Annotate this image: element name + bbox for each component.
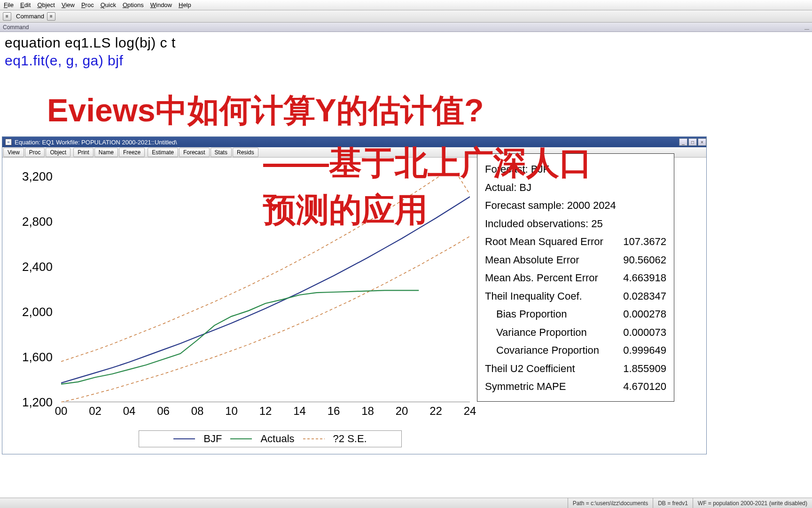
y-axis: 1,2001,6002,0002,4002,8003,200 — [7, 167, 56, 393]
x-tick: 10 — [225, 405, 238, 418]
menu-quick[interactable]: Quick — [101, 1, 116, 8]
y-tick: 3,200 — [22, 169, 53, 184]
menu-proc[interactable]: Proc — [81, 1, 94, 8]
minimize-button[interactable]: _ — [679, 138, 687, 146]
menu-file[interactable]: File — [4, 1, 14, 8]
menu-view[interactable]: View — [62, 1, 75, 8]
eq-btn-forecast[interactable]: Forecast — [179, 148, 210, 157]
editor-line-1: equation eq1.LS log(bj) c t — [5, 35, 807, 51]
menu-options[interactable]: Options — [123, 1, 144, 8]
overlay-title-1: Eviews中如何计算Y的估计值? — [47, 89, 484, 132]
eq-btn-name[interactable]: Name — [94, 148, 118, 157]
status-db: DB = fredv1 — [653, 498, 693, 508]
x-tick: 24 — [464, 405, 476, 418]
x-tick: 08 — [191, 405, 204, 418]
y-tick: 2,000 — [22, 305, 53, 319]
stat-row: Bias Proportion0.000278 — [485, 305, 666, 324]
x-tick: 20 — [396, 405, 408, 418]
eq-btn-estimate[interactable]: Estimate — [148, 148, 178, 157]
stat-row: Mean Absolute Error90.56062 — [485, 251, 666, 270]
stat-row: Theil U2 Coefficient1.855909 — [485, 360, 666, 378]
x-tick: 14 — [293, 405, 306, 418]
eq-btn-view[interactable]: View — [3, 148, 24, 157]
menu-object[interactable]: Object — [37, 1, 55, 8]
chart-legend: BJF Actuals ?2 S.E. — [139, 430, 402, 447]
menu-edit[interactable]: Edit — [20, 1, 31, 8]
status-bar: Path = c:\users\lzz\documents DB = fredv… — [0, 498, 812, 508]
equation-icon: ≡ — [5, 139, 12, 145]
x-tick: 12 — [259, 405, 272, 418]
toolbar-icon-1[interactable]: ≡ — [3, 12, 11, 21]
command-toolbar: ≡ Command ≡ — [0, 10, 812, 23]
overlay-title-2: ——基于北上广深人口 — [263, 141, 592, 185]
toolbar-icon-2[interactable]: ≡ — [47, 12, 55, 21]
overlay-title-3: 预测的应用 — [263, 188, 428, 232]
x-tick: 18 — [361, 405, 374, 418]
stat-row: Variance Proportion0.000073 — [485, 324, 666, 342]
y-tick: 2,400 — [22, 260, 53, 274]
stat-row: Mean Abs. Percent Error4.663918 — [485, 269, 666, 287]
eq-btn-print[interactable]: Print — [73, 148, 94, 157]
stat-header: Included observations: 25 — [485, 215, 666, 233]
x-tick: 16 — [328, 405, 340, 418]
menu-help[interactable]: Help — [179, 1, 191, 8]
eq-btn-object[interactable]: Object — [46, 148, 70, 157]
x-tick: 06 — [157, 405, 170, 418]
stat-row: Covariance Proportion0.999649 — [485, 341, 666, 360]
menubar: FileEditObjectViewProcQuickOptionsWindow… — [0, 0, 812, 10]
toolbar-label: Command — [16, 13, 44, 20]
command-pane-label: Command — — [0, 23, 812, 32]
x-tick: 00 — [55, 405, 68, 418]
eq-btn-resids[interactable]: Resids — [233, 148, 258, 157]
close-button[interactable]: × — [698, 138, 706, 146]
x-tick: 02 — [89, 405, 102, 418]
x-tick: 22 — [429, 405, 442, 418]
editor-line-2: eq1.fit(e, g, ga) bjf — [5, 53, 807, 69]
minimize-icon[interactable]: — — [804, 24, 809, 34]
eq-btn-freeze[interactable]: Freeze — [119, 148, 145, 157]
y-tick: 1,200 — [22, 395, 53, 410]
status-wf: WF = population 2000-2021 (write disable… — [693, 498, 812, 508]
x-tick: 04 — [123, 405, 136, 418]
stat-row: Symmetric MAPE4.670120 — [485, 378, 666, 396]
command-editor[interactable]: equation eq1.LS log(bj) c t eq1.fit(e, g… — [0, 32, 812, 71]
stat-header: Forecast sample: 2000 2024 — [485, 197, 666, 215]
menu-window[interactable]: Window — [150, 1, 172, 8]
equation-title-text: Equation: EQ1 Workfile: POPULATION 2000-… — [15, 139, 177, 146]
stat-row: Theil Inequality Coef.0.028347 — [485, 287, 666, 306]
x-axis: 00020406081012141618202224 — [61, 405, 470, 419]
y-tick: 1,600 — [22, 350, 53, 365]
forecast-stats: Forecast: BJFActual: BJForecast sample: … — [477, 153, 674, 402]
stat-row: Root Mean Squared Error107.3672 — [485, 233, 666, 251]
maximize-button[interactable]: □ — [688, 138, 697, 146]
status-path: Path = c:\users\lzz\documents — [568, 498, 653, 508]
eq-btn-proc[interactable]: Proc — [25, 148, 45, 157]
eq-btn-stats[interactable]: Stats — [211, 148, 232, 157]
y-tick: 2,800 — [22, 214, 53, 229]
